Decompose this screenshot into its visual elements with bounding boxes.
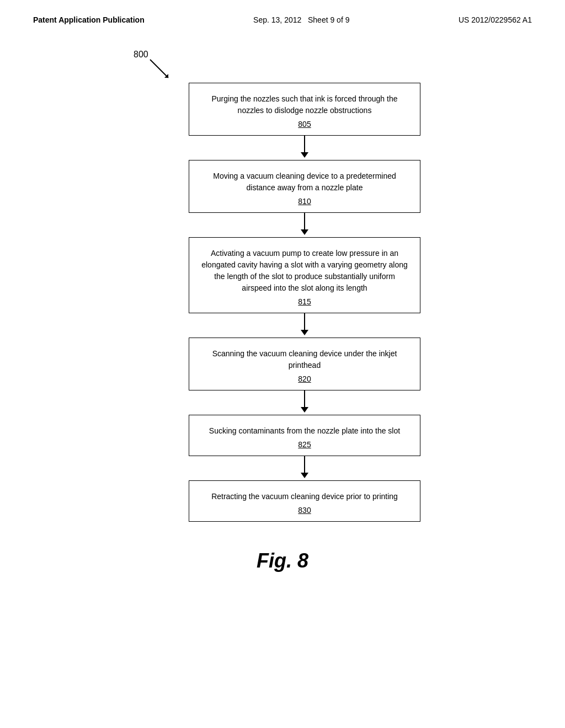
arrow-head-5 [301,473,308,478]
page-header: Patent Application Publication Sep. 13, … [0,0,565,33]
flow-box-825: Sucking contaminants from the nozzle pla… [189,415,420,456]
header-left: Patent Application Publication [33,15,145,24]
flowchart: Purging the nozzles such that ink is for… [167,83,443,522]
arrow-line-3 [304,313,305,330]
flow-box-825-text: Sucking contaminants from the nozzle pla… [200,425,409,437]
arrow-5 [301,456,308,480]
flow-box-820-text: Scanning the vacuum cleaning device unde… [200,348,409,371]
diagram-label: 800 [134,50,148,60]
main-content: 800 Purging the nozzles such that ink is… [0,33,565,595]
arrow-line-5 [304,456,305,473]
page: Patent Application Publication Sep. 13, … [0,0,565,728]
arrow-1 [301,136,308,160]
arrow-head-1 [301,152,308,158]
svg-line-0 [150,60,168,78]
flow-box-810-text: Moving a vacuum cleaning device to a pre… [200,170,409,194]
flow-box-820-number: 820 [200,374,409,383]
diagram-arrow [149,58,171,83]
arrow-4 [301,390,308,415]
flow-box-825-number: 825 [200,440,409,449]
header-center: Sep. 13, 2012 Sheet 9 of 9 [253,15,349,24]
arrow-head-2 [301,229,308,235]
figure-label-text: Fig. 8 [257,549,308,572]
flow-box-830: Retracting the vacuum cleaning device pr… [189,480,420,522]
arrow-line-4 [304,390,305,407]
flow-box-820: Scanning the vacuum cleaning device unde… [189,338,420,390]
figure-label: Fig. 8 [257,549,308,572]
flow-box-815-text: Activating a vacuum pump to create low p… [200,248,409,294]
arrow-line-1 [304,136,305,152]
header-right: US 2012/0229562 A1 [459,15,532,24]
arrow-2 [301,213,308,237]
arrow-head-3 [301,330,308,335]
flow-box-810-number: 810 [200,197,409,206]
flow-box-805-text: Purging the nozzles such that ink is for… [200,93,409,116]
arrow-head-4 [301,407,308,413]
arrow-line-2 [304,213,305,229]
flow-box-805: Purging the nozzles such that ink is for… [189,83,420,136]
flow-box-810: Moving a vacuum cleaning device to a pre… [189,160,420,213]
header-date: Sep. 13, 2012 [253,15,301,24]
flow-box-830-text: Retracting the vacuum cleaning device pr… [200,491,409,502]
flow-box-830-number: 830 [200,506,409,515]
flow-box-805-number: 805 [200,120,409,129]
arrow-3 [301,313,308,338]
flow-box-815: Activating a vacuum pump to create low p… [189,237,420,313]
header-sheet: Sheet 9 of 9 [308,15,350,24]
flow-box-815-number: 815 [200,297,409,306]
